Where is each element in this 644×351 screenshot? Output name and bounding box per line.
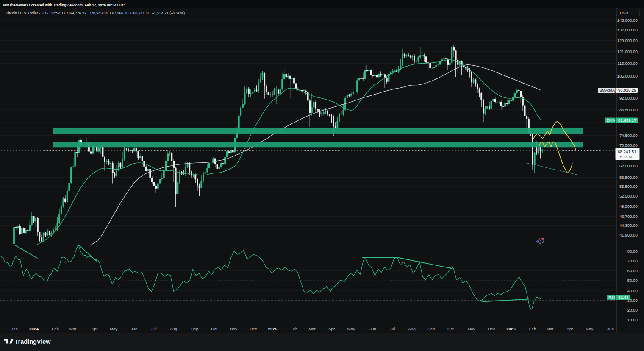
svg-text:70.00: 70.00: [627, 259, 638, 263]
svg-text:10.00: 10.00: [627, 318, 638, 322]
svg-text:60.00: 60.00: [627, 268, 638, 273]
svg-text:Jul: Jul: [390, 326, 395, 331]
svg-text:44,300.00: 44,300.00: [619, 223, 638, 228]
svg-text:Sep: Sep: [427, 326, 435, 331]
svg-text:Aug: Aug: [170, 326, 177, 331]
svg-text:Mar: Mar: [69, 326, 77, 331]
svg-text:49,500.00: 49,500.00: [619, 204, 638, 209]
svg-text:46,700.00: 46,700.00: [619, 214, 638, 219]
svg-text:74,500.00: 74,500.00: [619, 133, 638, 138]
svg-text:Apr: Apr: [91, 326, 98, 331]
svg-text:80.00: 80.00: [627, 249, 638, 254]
svg-text:81,659.17: 81,659.17: [618, 118, 636, 123]
svg-text:Oct: Oct: [211, 326, 217, 331]
svg-text:USD: USD: [620, 11, 628, 15]
svg-text:2026: 2026: [506, 326, 516, 331]
svg-text:15:25:40: 15:25:40: [618, 154, 633, 159]
svg-text:Feb: Feb: [529, 326, 536, 331]
svg-text:Jun: Jun: [131, 326, 138, 331]
svg-text:68,241.51: 68,241.51: [618, 149, 636, 154]
svg-text:Apr: Apr: [328, 326, 335, 331]
svg-text:113,000.00: 113,000.00: [617, 61, 638, 66]
svg-text:2024: 2024: [29, 326, 39, 331]
svg-text:Nov: Nov: [230, 326, 237, 331]
svg-text:70,500.00: 70,500.00: [619, 143, 638, 148]
svg-text:55,500.00: 55,500.00: [619, 184, 638, 189]
svg-text:Mar: Mar: [547, 326, 554, 331]
svg-text:50.00: 50.00: [627, 278, 638, 283]
svg-text:RSI: RSI: [608, 295, 615, 300]
svg-text:Apr: Apr: [566, 326, 573, 331]
svg-text:105,000.00: 105,000.00: [617, 74, 638, 78]
svg-text:145,000.00: 145,000.00: [617, 18, 638, 22]
svg-text:Dec: Dec: [488, 326, 495, 331]
svg-text:Bitcoin / U.S. Dollar · 3D · C: Bitcoin / U.S. Dollar · 3D · CRYPTO O69,…: [6, 11, 185, 15]
svg-text:May: May: [347, 326, 355, 331]
svg-text:NotTheNewsDB created with Trad: NotTheNewsDB created with TradingView.co…: [3, 3, 125, 7]
svg-text:92,500.00: 92,500.00: [619, 96, 638, 100]
svg-text:86,500.00: 86,500.00: [619, 107, 638, 112]
svg-text:2025: 2025: [268, 326, 278, 331]
svg-text:Dec: Dec: [250, 326, 257, 331]
svg-text:TradingView: TradingView: [15, 338, 51, 345]
svg-text:62,500.00: 62,500.00: [619, 164, 638, 168]
svg-text:SMA:MA: SMA:MA: [600, 88, 615, 92]
svg-text:Nov: Nov: [468, 326, 475, 331]
svg-text:41,900.00: 41,900.00: [619, 233, 638, 237]
svg-text:May: May: [110, 326, 117, 331]
svg-text:32.68: 32.68: [619, 295, 629, 300]
svg-text:58,500.00: 58,500.00: [619, 175, 638, 180]
svg-text:May: May: [586, 326, 593, 331]
svg-text:Feb: Feb: [52, 326, 59, 331]
svg-text:20.00: 20.00: [627, 308, 638, 312]
svg-text:Mar: Mar: [308, 326, 316, 331]
svg-text:Jun: Jun: [607, 326, 614, 331]
svg-text:129,000.00: 129,000.00: [617, 38, 638, 43]
svg-text:Dec: Dec: [10, 326, 17, 331]
svg-text:Jul: Jul: [151, 326, 156, 331]
svg-text:EMA: EMA: [607, 118, 616, 123]
svg-text:Jun: Jun: [369, 326, 376, 331]
svg-text:Sep: Sep: [191, 326, 198, 331]
svg-text:52,500.00: 52,500.00: [619, 194, 638, 198]
svg-text:96,920.29: 96,920.29: [618, 88, 636, 92]
svg-text:Feb: Feb: [291, 326, 298, 331]
svg-text:121,000.00: 121,000.00: [617, 49, 638, 54]
svg-text:Oct: Oct: [447, 326, 454, 331]
svg-text:137,000.00: 137,000.00: [617, 28, 638, 32]
svg-text:Aug: Aug: [408, 326, 415, 331]
svg-text:40.00: 40.00: [627, 288, 638, 293]
